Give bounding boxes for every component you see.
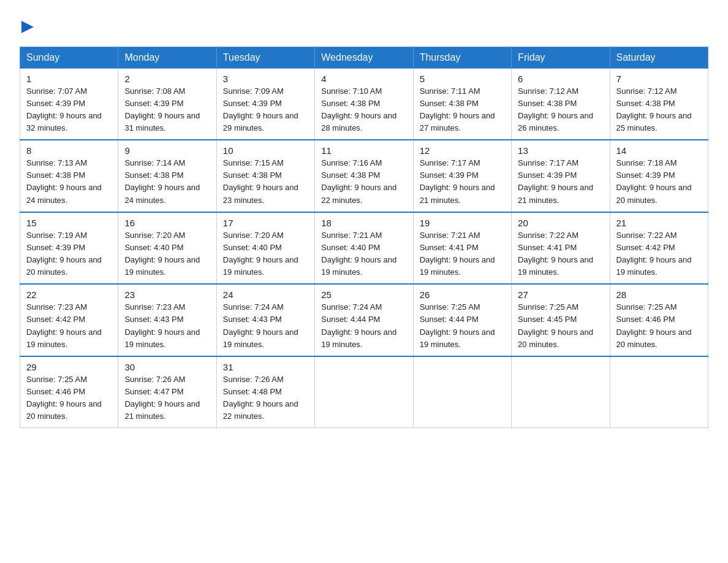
calendar-cell: 1 Sunrise: 7:07 AMSunset: 4:39 PMDayligh… (20, 68, 118, 140)
day-info: Sunrise: 7:21 AMSunset: 4:40 PMDaylight:… (321, 229, 406, 279)
day-number: 24 (223, 289, 308, 300)
calendar-cell: 27 Sunrise: 7:25 AMSunset: 4:45 PMDaylig… (512, 284, 610, 356)
day-number: 6 (518, 74, 603, 84)
calendar-cell: 11 Sunrise: 7:16 AMSunset: 4:38 PMDaylig… (315, 140, 413, 212)
day-number: 2 (124, 74, 210, 84)
logo (20, 20, 34, 36)
calendar-cell: 30 Sunrise: 7:26 AMSunset: 4:47 PMDaylig… (118, 356, 216, 428)
day-info: Sunrise: 7:12 AMSunset: 4:38 PMDaylight:… (616, 85, 702, 135)
day-number: 20 (518, 218, 603, 228)
calendar-cell: 6 Sunrise: 7:12 AMSunset: 4:38 PMDayligh… (512, 68, 610, 140)
day-info: Sunrise: 7:23 AMSunset: 4:42 PMDaylight:… (26, 301, 112, 351)
calendar-cell: 31 Sunrise: 7:26 AMSunset: 4:48 PMDaylig… (216, 356, 314, 428)
page-header (20, 15, 708, 36)
calendar-week-row: 29 Sunrise: 7:25 AMSunset: 4:46 PMDaylig… (20, 356, 708, 428)
day-number: 1 (26, 74, 112, 84)
calendar-cell: 10 Sunrise: 7:15 AMSunset: 4:38 PMDaylig… (216, 140, 314, 212)
calendar-table: SundayMondayTuesdayWednesdayThursdayFrid… (20, 47, 708, 429)
day-number: 18 (321, 218, 406, 228)
calendar-cell: 20 Sunrise: 7:22 AMSunset: 4:41 PMDaylig… (512, 212, 610, 285)
day-info: Sunrise: 7:10 AMSunset: 4:38 PMDaylight:… (321, 85, 406, 135)
day-number: 28 (616, 289, 702, 300)
weekday-header-friday: Friday (512, 47, 610, 68)
day-number: 9 (124, 145, 210, 156)
day-info: Sunrise: 7:11 AMSunset: 4:38 PMDaylight:… (420, 85, 505, 135)
day-number: 22 (26, 289, 112, 300)
day-number: 30 (124, 362, 210, 372)
calendar-cell: 3 Sunrise: 7:09 AMSunset: 4:39 PMDayligh… (216, 68, 314, 140)
day-info: Sunrise: 7:26 AMSunset: 4:47 PMDaylight:… (124, 373, 210, 423)
day-number: 26 (420, 289, 505, 300)
day-info: Sunrise: 7:23 AMSunset: 4:43 PMDaylight:… (124, 301, 210, 351)
calendar-cell: 23 Sunrise: 7:23 AMSunset: 4:43 PMDaylig… (118, 284, 216, 356)
calendar-cell: 12 Sunrise: 7:17 AMSunset: 4:39 PMDaylig… (413, 140, 511, 212)
calendar-week-row: 15 Sunrise: 7:19 AMSunset: 4:39 PMDaylig… (20, 212, 708, 285)
day-number: 8 (26, 145, 112, 156)
day-info: Sunrise: 7:25 AMSunset: 4:44 PMDaylight:… (420, 301, 505, 351)
day-number: 12 (420, 145, 505, 156)
weekday-header-sunday: Sunday (20, 47, 118, 68)
day-info: Sunrise: 7:18 AMSunset: 4:39 PMDaylight:… (616, 157, 702, 207)
calendar-cell: 22 Sunrise: 7:23 AMSunset: 4:42 PMDaylig… (20, 284, 118, 356)
day-number: 27 (518, 289, 603, 300)
calendar-cell: 5 Sunrise: 7:11 AMSunset: 4:38 PMDayligh… (413, 68, 511, 140)
day-number: 29 (26, 362, 112, 372)
day-number: 3 (223, 74, 308, 84)
calendar-cell: 17 Sunrise: 7:20 AMSunset: 4:40 PMDaylig… (216, 212, 314, 285)
day-info: Sunrise: 7:17 AMSunset: 4:39 PMDaylight:… (420, 157, 505, 207)
day-info: Sunrise: 7:22 AMSunset: 4:41 PMDaylight:… (518, 229, 603, 279)
logo-arrow-icon (21, 21, 34, 33)
day-info: Sunrise: 7:26 AMSunset: 4:48 PMDaylight:… (223, 373, 308, 423)
svg-marker-0 (21, 21, 34, 33)
calendar-week-row: 8 Sunrise: 7:13 AMSunset: 4:38 PMDayligh… (20, 140, 708, 212)
day-info: Sunrise: 7:21 AMSunset: 4:41 PMDaylight:… (420, 229, 505, 279)
day-info: Sunrise: 7:25 AMSunset: 4:46 PMDaylight:… (616, 301, 702, 351)
day-info: Sunrise: 7:07 AMSunset: 4:39 PMDaylight:… (26, 85, 112, 135)
calendar-cell: 15 Sunrise: 7:19 AMSunset: 4:39 PMDaylig… (20, 212, 118, 285)
day-info: Sunrise: 7:25 AMSunset: 4:46 PMDaylight:… (26, 373, 112, 423)
calendar-cell: 21 Sunrise: 7:22 AMSunset: 4:42 PMDaylig… (610, 212, 708, 285)
day-number: 10 (223, 145, 308, 156)
day-info: Sunrise: 7:25 AMSunset: 4:45 PMDaylight:… (518, 301, 603, 351)
calendar-cell: 25 Sunrise: 7:24 AMSunset: 4:44 PMDaylig… (315, 284, 413, 356)
calendar-cell: 7 Sunrise: 7:12 AMSunset: 4:38 PMDayligh… (610, 68, 708, 140)
day-info: Sunrise: 7:22 AMSunset: 4:42 PMDaylight:… (616, 229, 702, 279)
day-info: Sunrise: 7:24 AMSunset: 4:43 PMDaylight:… (223, 301, 308, 351)
calendar-cell (512, 356, 610, 428)
calendar-cell: 14 Sunrise: 7:18 AMSunset: 4:39 PMDaylig… (610, 140, 708, 212)
day-info: Sunrise: 7:12 AMSunset: 4:38 PMDaylight:… (518, 85, 603, 135)
calendar-cell (315, 356, 413, 428)
weekday-header-monday: Monday (118, 47, 216, 68)
calendar-cell: 28 Sunrise: 7:25 AMSunset: 4:46 PMDaylig… (610, 284, 708, 356)
calendar-cell (610, 356, 708, 428)
day-number: 4 (321, 74, 406, 84)
day-info: Sunrise: 7:17 AMSunset: 4:39 PMDaylight:… (518, 157, 603, 207)
calendar-week-row: 1 Sunrise: 7:07 AMSunset: 4:39 PMDayligh… (20, 68, 708, 140)
day-number: 13 (518, 145, 603, 156)
day-info: Sunrise: 7:24 AMSunset: 4:44 PMDaylight:… (321, 301, 406, 351)
day-number: 21 (616, 218, 702, 228)
day-info: Sunrise: 7:09 AMSunset: 4:39 PMDaylight:… (223, 85, 308, 135)
day-number: 5 (420, 74, 505, 84)
weekday-header-saturday: Saturday (610, 47, 708, 68)
calendar-cell (413, 356, 511, 428)
day-info: Sunrise: 7:19 AMSunset: 4:39 PMDaylight:… (26, 229, 112, 279)
day-info: Sunrise: 7:14 AMSunset: 4:38 PMDaylight:… (124, 157, 210, 207)
calendar-cell: 9 Sunrise: 7:14 AMSunset: 4:38 PMDayligh… (118, 140, 216, 212)
calendar-week-row: 22 Sunrise: 7:23 AMSunset: 4:42 PMDaylig… (20, 284, 708, 356)
day-number: 11 (321, 145, 406, 156)
day-number: 23 (124, 289, 210, 300)
day-info: Sunrise: 7:16 AMSunset: 4:38 PMDaylight:… (321, 157, 406, 207)
day-number: 19 (420, 218, 505, 228)
day-number: 15 (26, 218, 112, 228)
weekday-header-wednesday: Wednesday (315, 47, 413, 68)
weekday-header-thursday: Thursday (413, 47, 511, 68)
calendar-cell: 8 Sunrise: 7:13 AMSunset: 4:38 PMDayligh… (20, 140, 118, 212)
calendar-cell: 19 Sunrise: 7:21 AMSunset: 4:41 PMDaylig… (413, 212, 511, 285)
calendar-cell: 18 Sunrise: 7:21 AMSunset: 4:40 PMDaylig… (315, 212, 413, 285)
day-number: 7 (616, 74, 702, 84)
weekday-header-tuesday: Tuesday (216, 47, 314, 68)
day-number: 17 (223, 218, 308, 228)
day-number: 25 (321, 289, 406, 300)
day-number: 16 (124, 218, 210, 228)
